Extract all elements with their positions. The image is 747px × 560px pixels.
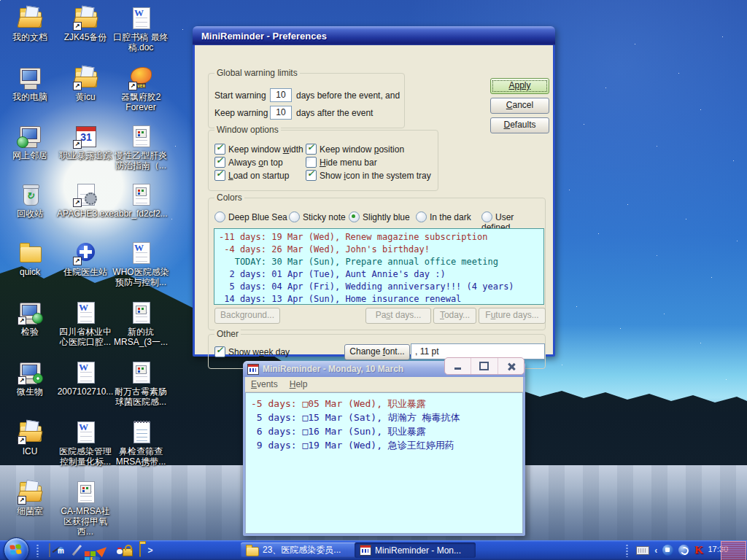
task-button-folder[interactable]: 23、医院感染委员... bbox=[241, 542, 362, 558]
checkbox-label: Show icon in the system tray bbox=[320, 171, 431, 181]
checkbox-label: Load on startup bbox=[228, 171, 289, 181]
checkbox-option[interactable]: Show icon in the system tray bbox=[306, 170, 431, 181]
word-icon: W bbox=[72, 360, 98, 385]
desktop-icon-word[interactable]: W2007102710... bbox=[57, 360, 114, 397]
desktop-icon-htmldoc[interactable]: abbr_fd2cf2... bbox=[112, 182, 169, 219]
desktop-icon-notepad[interactable]: 鼻检查筛查MRSA携带... bbox=[112, 420, 169, 467]
word-icon: W bbox=[72, 420, 98, 445]
exe-icon: ↗ bbox=[72, 182, 98, 207]
desktop-icon-word[interactable]: W四川省林业中心医院口腔... bbox=[57, 300, 114, 347]
color-radio-deep-blue-sea[interactable]: Deep Blue Sea bbox=[214, 211, 287, 222]
desktop-icon-computerCd[interactable]: ↗微生物 bbox=[1, 360, 58, 397]
checkbox-option[interactable]: Load on startup bbox=[214, 170, 289, 181]
computerCd-icon: ↗ bbox=[17, 360, 43, 385]
kingsoft-tray-icon[interactable]: K bbox=[694, 544, 703, 556]
lock-icon[interactable] bbox=[121, 544, 133, 556]
desktop-icon-word[interactable]: W口腔书稿 最终稿.doc bbox=[112, 6, 169, 52]
background-button[interactable]: Background... bbox=[214, 308, 280, 324]
past-days-button[interactable]: Past days... bbox=[365, 308, 431, 324]
lunar-calendar-overlay[interactable] bbox=[721, 541, 746, 560]
maximize-button[interactable] bbox=[471, 358, 498, 374]
folder-icon[interactable] bbox=[139, 544, 141, 557]
preferences-titlebar[interactable]: MiniReminder - Preferences bbox=[193, 26, 555, 45]
overflow-chevron-icon[interactable]: > bbox=[147, 545, 152, 556]
desktop-icon-recycle[interactable]: 回收站 bbox=[1, 182, 58, 219]
today-button[interactable]: Today... bbox=[433, 308, 476, 324]
checkbox-option[interactable]: Keep window position bbox=[306, 144, 404, 155]
maxthon-browser-icon[interactable]: m bbox=[58, 543, 64, 557]
network-tray-icon[interactable] bbox=[662, 545, 673, 556]
radio-label: Slightly blue bbox=[363, 212, 410, 222]
desktop-icon-calendar[interactable]: 31↗职业暴露追踪 bbox=[57, 124, 114, 160]
desktop-icon-htmldoc[interactable]: 慢性乙型肝炎防治指南（... bbox=[112, 124, 169, 171]
folderOpen-icon: ↗ bbox=[17, 480, 43, 505]
task-button-minireminder[interactable]: MiniReminder - Mon... bbox=[355, 542, 476, 558]
colors-group: Colors Deep Blue SeaSticky noteSlightly … bbox=[208, 198, 546, 330]
color-radio-sticky-note[interactable]: Sticky note bbox=[289, 211, 346, 222]
desktop-icon-fish[interactable]: REVER↗器飘府胶2 Forever bbox=[112, 66, 169, 112]
keyboard-layout-icon[interactable] bbox=[636, 546, 649, 555]
desktop-icon-htmldoc[interactable]: 新的抗MRSA_(3一... bbox=[112, 300, 169, 347]
start-button[interactable] bbox=[4, 537, 29, 560]
minireminder-title: MiniReminder - Monday, 10 March bbox=[263, 364, 403, 374]
minireminder-body: EventsHelp -5 days: □05 Mar (Wed), 职业暴露 … bbox=[245, 377, 523, 534]
desktop-icon-folderOpen[interactable]: ↗ICU bbox=[1, 420, 58, 456]
desktop-icon-word[interactable]: W医院感染管理控制量化标... bbox=[57, 420, 114, 467]
checkbox-box bbox=[214, 144, 225, 155]
desktop-icon-label: APACHE3.exe bbox=[57, 209, 114, 219]
folder-icon bbox=[246, 547, 259, 556]
show-desktop-icon[interactable] bbox=[48, 544, 51, 557]
shortcut-arrow-icon: ↗ bbox=[128, 82, 137, 90]
desktop-icon-computer[interactable]: 我的电脑 bbox=[1, 66, 58, 102]
color-radio-slightly-blue[interactable]: Slightly blue bbox=[349, 211, 410, 222]
desktop-icon-computerOrb[interactable]: ↗检验 bbox=[1, 300, 58, 337]
stylus-pen-icon[interactable] bbox=[71, 544, 78, 556]
checkbox-option[interactable]: Keep window width bbox=[214, 144, 303, 155]
show-week-day-checkbox[interactable]: Show week day bbox=[214, 346, 290, 357]
desktop-icon-cross[interactable]: ↗住院医生站 bbox=[57, 241, 114, 277]
close-button[interactable] bbox=[498, 358, 524, 374]
tray-grip bbox=[626, 544, 628, 557]
defaults-button[interactable]: Defaults bbox=[490, 117, 549, 133]
shortcut-arrow-icon: ↗ bbox=[73, 198, 82, 207]
cancel-button[interactable]: Cancel bbox=[490, 98, 549, 114]
radio-circle bbox=[214, 211, 225, 222]
messenger-tray-icon[interactable] bbox=[678, 545, 689, 556]
desktop-icon-label: 新的抗MRSA_(3一... bbox=[112, 327, 169, 347]
minimize-button[interactable] bbox=[445, 358, 471, 374]
taskbar: m> 23、医院感染委员... MiniReminder - Mon... ‹ … bbox=[0, 540, 747, 560]
keep-warning-input[interactable]: 10 bbox=[270, 106, 292, 120]
menu-item-help[interactable]: Help bbox=[284, 378, 314, 391]
desktop-icon-folderOpen[interactable]: ↗ZJK45备份 bbox=[57, 6, 114, 42]
fish-icon: REVER↗ bbox=[128, 66, 154, 90]
qq-messenger-icon[interactable] bbox=[114, 544, 115, 557]
desktop-icon-folderOpen[interactable]: ↗黄icu bbox=[57, 66, 114, 102]
checkbox-option[interactable]: Hide menu bar bbox=[306, 157, 377, 168]
close-icon bbox=[507, 362, 515, 370]
future-days-button[interactable]: Future days... bbox=[479, 308, 546, 324]
desktop-icon-word[interactable]: WWHO医院感染预防与控制... bbox=[112, 241, 169, 287]
desktop-icon-label: 器飘府胶2 Forever bbox=[112, 92, 169, 112]
collapse-chevron-icon[interactable]: ‹ bbox=[654, 545, 657, 556]
desktop-icon-folderOpen[interactable]: 我的文档 bbox=[1, 6, 58, 42]
color-radio-in-the-dark[interactable]: In the dark bbox=[416, 211, 471, 222]
start-warning-input[interactable]: 10 bbox=[270, 88, 292, 102]
checkbox-option[interactable]: Always on top bbox=[214, 157, 283, 168]
desktop-icon-network[interactable]: 网上邻居 bbox=[1, 124, 58, 160]
change-font-button[interactable]: Change font... bbox=[344, 344, 410, 360]
desktop-icon-label: 四川省林业中心医院口腔... bbox=[57, 327, 114, 347]
menu-item-events[interactable]: Events bbox=[245, 378, 284, 391]
radio-circle bbox=[349, 211, 360, 222]
desktop-icon-label: 慢性乙型肝炎防治指南（... bbox=[112, 150, 169, 171]
desktop-icon-htmldoc[interactable]: CA-MRSA社区获得甲氧西... bbox=[57, 480, 114, 537]
htmldoc-icon bbox=[128, 124, 154, 149]
global-warning-limits-legend: Global warning limits bbox=[214, 68, 300, 78]
desktop-icon-folder[interactable]: quick bbox=[1, 241, 58, 277]
desktop-icon-folderOpen[interactable]: ↗细菌室 bbox=[1, 480, 58, 516]
calendar-app-icon bbox=[360, 545, 371, 556]
apply-button[interactable]: Apply bbox=[490, 78, 549, 94]
flashget-icon[interactable] bbox=[97, 545, 107, 556]
window-options-legend: Window options bbox=[214, 125, 281, 135]
desktop-icon-htmldoc[interactable]: 耐万古霉素肠球菌医院感... bbox=[112, 360, 169, 407]
desktop-icon-exe[interactable]: ↗APACHE3.exe bbox=[57, 182, 114, 219]
